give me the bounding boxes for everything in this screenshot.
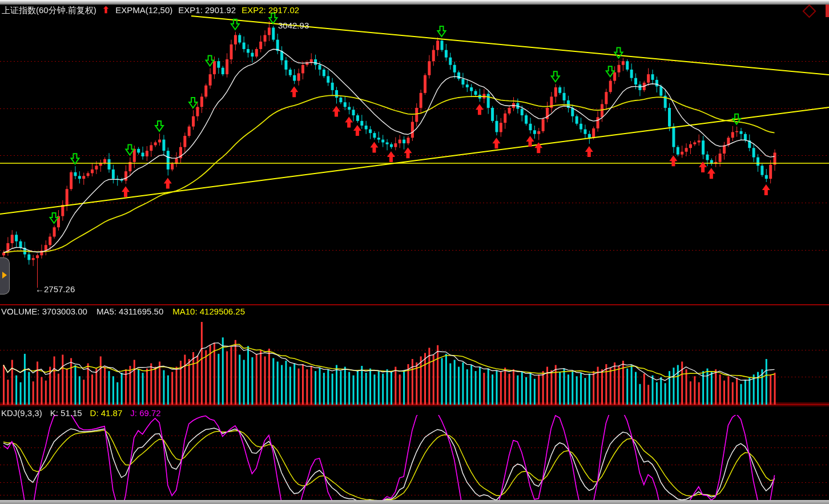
stock-app-window: 上证指数(60分钟.前复权) ⬆ EXPMA(12,50) EXP1: 2901…	[0, 0, 829, 504]
up-arrow-icon: ⬆	[102, 5, 110, 15]
volume-value-label[interactable]: VOLUME: 3703003.00	[1, 307, 87, 316]
exp1-value-label: EXP1: 2901.92	[178, 5, 236, 15]
expand-arrow-icon	[2, 272, 7, 279]
sidebar-expand-handle[interactable]	[0, 257, 10, 295]
kdj-indicator-label[interactable]: KDJ(9,3,3)	[1, 408, 42, 418]
chart-canvas[interactable]	[0, 0, 829, 504]
volume-ma10-label: MA10: 4129506.25	[172, 307, 245, 316]
right-edge-marker	[826, 5, 829, 17]
kdj-j-label: J: 69.72	[130, 408, 160, 418]
volume-legend: VOLUME: 3703003.00 MA5: 4311695.50 MA10:…	[1, 307, 245, 316]
volume-ma5-label: MA5: 4311695.50	[96, 307, 163, 316]
main-chart-legend: 上证指数(60分钟.前复权) ⬆ EXPMA(12,50) EXP1: 2901…	[2, 5, 299, 15]
chart-title: 上证指数(60分钟.前复权)	[2, 5, 96, 15]
exp2-value-label: EXP2: 2917.02	[242, 5, 299, 15]
indicator-name-label[interactable]: EXPMA(12,50)	[115, 5, 172, 15]
kdj-k-label: K: 51.15	[50, 408, 82, 418]
kdj-d-label: D: 41.87	[90, 408, 123, 418]
trough-price-annotation: ←2757.26	[35, 284, 75, 294]
window-top-border	[0, 0, 829, 5]
kdj-legend: KDJ(9,3,3) K: 51.15 D: 41.87 J: 69.72	[1, 408, 161, 418]
horizontal-scrollbar[interactable]	[0, 500, 829, 504]
peak-price-annotation: 3042.93	[278, 21, 309, 30]
